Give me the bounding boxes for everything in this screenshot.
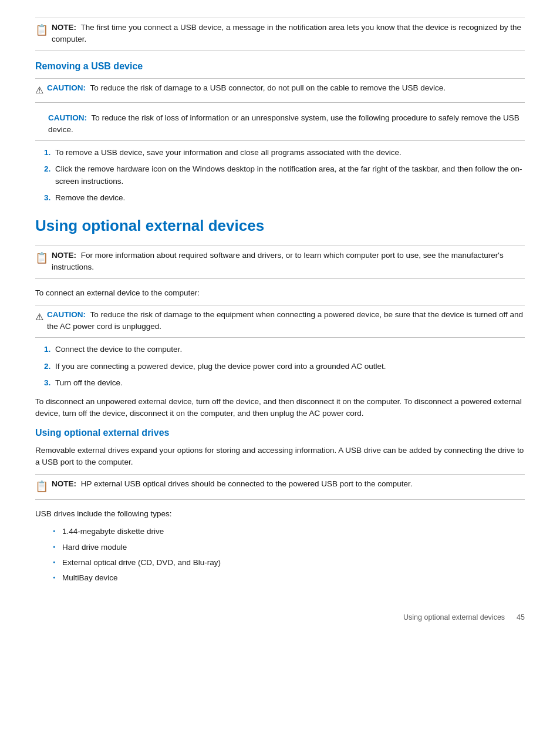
caution2-content: To reduce the risk of loss of informatio… bbox=[48, 113, 519, 134]
external-devices-caution-text: CAUTION: To reduce the risk of damage to… bbox=[47, 309, 525, 333]
caution2-label: CAUTION: bbox=[48, 113, 87, 122]
external-drives-note-content: HP external USB optical drives should be… bbox=[81, 479, 413, 488]
external-devices-caution-icon: ⚠ bbox=[35, 310, 43, 324]
removing-step-1: To remove a USB device, save your inform… bbox=[53, 147, 525, 159]
external-devices-intro: To connect an external device to the com… bbox=[35, 287, 525, 299]
footer-left-text: Using optional external devices bbox=[403, 612, 505, 623]
top-note-text: NOTE: The first time you connect a USB d… bbox=[52, 22, 525, 46]
external-drives-note-label: NOTE: bbox=[52, 479, 76, 488]
removing-caution2-box: CAUTION: To reduce the risk of loss of i… bbox=[35, 109, 525, 142]
external-devices-note-content: For more information about required soft… bbox=[52, 251, 504, 271]
top-note-content: The first time you connect a USB device,… bbox=[52, 23, 521, 43]
external-devices-caution-label: CAUTION: bbox=[47, 310, 86, 319]
removing-step-2: Click the remove hardware icon on the Wi… bbox=[53, 163, 525, 187]
external-devices-note-icon: 📋 bbox=[35, 250, 48, 266]
caution1-triangle-icon: ⚠ bbox=[35, 83, 43, 98]
page-footer: Using optional external devices 45 bbox=[35, 607, 525, 623]
note-icon: 📋 bbox=[35, 22, 48, 38]
drive-type-2: Hard drive module bbox=[53, 542, 525, 553]
drive-types-list: 1.44-megabyte diskette drive Hard drive … bbox=[53, 526, 525, 584]
removing-caution2-text: CAUTION: To reduce the risk of loss of i… bbox=[35, 112, 525, 136]
external-devices-caution-content: To reduce the risk of damage to the equi… bbox=[47, 310, 523, 331]
external-devices-note-text: NOTE: For more information about require… bbox=[52, 250, 525, 274]
removing-step-3: Remove the device. bbox=[53, 192, 525, 204]
external-devices-caution-box: ⚠ CAUTION: To reduce the risk of damage … bbox=[35, 305, 525, 338]
external-devices-steps: Connect the device to the computer. If y… bbox=[53, 344, 525, 389]
drive-type-4: MultiBay device bbox=[53, 572, 525, 584]
drive-type-1: 1.44-megabyte diskette drive bbox=[53, 526, 525, 537]
removing-usb-steps: To remove a USB device, save your inform… bbox=[53, 147, 525, 204]
external-devices-note-box: 📋 NOTE: For more information about requi… bbox=[35, 246, 525, 279]
using-optional-external-devices-heading: Using optional external devices bbox=[35, 214, 525, 237]
external-drives-note-text: NOTE: HP external USB optical drives sho… bbox=[52, 478, 413, 490]
external-devices-step-1: Connect the device to the computer. bbox=[53, 344, 525, 355]
removing-usb-heading: Removing a USB device bbox=[35, 59, 525, 73]
top-note-label: NOTE: bbox=[52, 23, 76, 32]
external-drives-note-icon: 📋 bbox=[35, 479, 48, 495]
drive-type-3: External optical drive (CD, DVD, and Blu… bbox=[53, 557, 525, 569]
caution1-content: To reduce the risk of damage to a USB co… bbox=[90, 83, 446, 92]
removing-caution1-box: ⚠ CAUTION: To reduce the risk of damage … bbox=[35, 78, 525, 103]
external-devices-step-2: If you are connecting a powered device, … bbox=[53, 361, 525, 372]
removing-caution1-text: CAUTION: To reduce the risk of damage to… bbox=[47, 82, 446, 94]
using-optional-external-drives-heading: Using optional external drives bbox=[35, 426, 525, 440]
footer-page-number: 45 bbox=[517, 612, 525, 623]
top-note-box: 📋 NOTE: The first time you connect a USB… bbox=[35, 18, 525, 51]
external-drives-note-box: 📋 NOTE: HP external USB optical drives s… bbox=[35, 474, 525, 500]
external-devices-step-3: Turn off the device. bbox=[53, 377, 525, 389]
external-drives-intro: Removable external drives expand your op… bbox=[35, 445, 525, 469]
disconnect-text: To disconnect an unpowered external devi… bbox=[35, 396, 525, 420]
external-devices-note-label: NOTE: bbox=[52, 251, 76, 260]
caution1-label: CAUTION: bbox=[47, 83, 86, 92]
usb-types-intro: USB drives include the following types: bbox=[35, 508, 525, 520]
